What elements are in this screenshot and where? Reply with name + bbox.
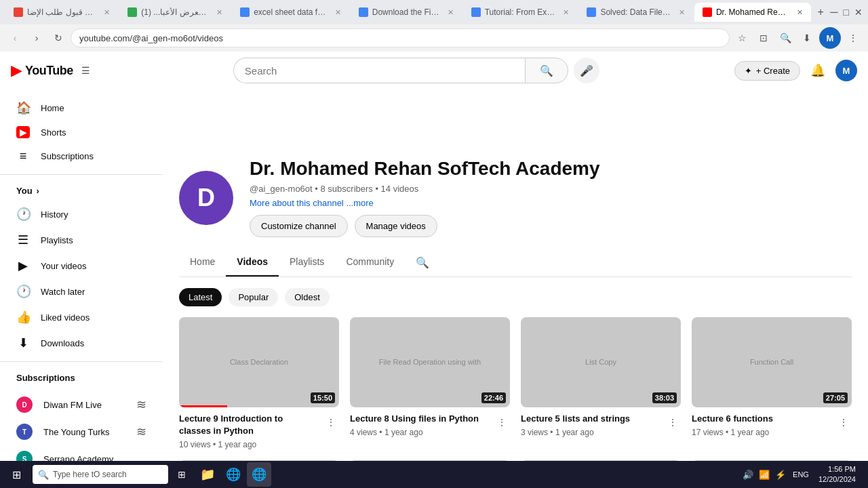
filter-latest[interactable]: Latest — [179, 288, 222, 306]
search-input[interactable] — [233, 58, 525, 83]
tray-wifi-icon[interactable]: 📶 — [757, 468, 771, 481]
tab-community[interactable]: Community — [335, 248, 405, 277]
tab-label-6: Solved: Data Files for ... — [600, 7, 672, 17]
sidebar-item-subscriptions[interactable]: ≡ Subscriptions — [0, 144, 163, 169]
manage-videos-button[interactable]: Manage videos — [355, 215, 437, 237]
sidebar-item-your-videos[interactable]: ▶ Your videos — [0, 253, 163, 279]
video-menu-v3[interactable]: ⋮ — [665, 414, 681, 430]
tab-close-2[interactable]: ✕ — [216, 8, 222, 17]
sub-item-turks[interactable]: T The Young Turks ≋ — [16, 418, 146, 445]
back-button[interactable]: ‹ — [5, 28, 24, 47]
filter-popular[interactable]: Popular — [229, 288, 278, 306]
bookmark-icon[interactable]: ☆ — [732, 28, 751, 47]
tab-close-7[interactable]: ✕ — [797, 8, 803, 17]
browser-tab-7[interactable]: Dr. Mohamed Rehan S... ✕ — [694, 3, 811, 22]
browser-tab-3[interactable]: excel sheet data for Po... ✕ — [232, 3, 349, 22]
browser-tab-2[interactable]: إضافة معرض الأعبا... (1) ✕ — [119, 3, 231, 22]
start-button[interactable]: ⊞ — [3, 462, 30, 487]
create-button[interactable]: ✦ + Create — [734, 61, 800, 81]
browser-tab-1[interactable]: لم يتم قبول طلب الإضا... ✕ — [5, 3, 118, 22]
sidebar-item-shorts[interactable]: ▶ Shorts — [0, 121, 163, 144]
tab-home[interactable]: Home — [179, 248, 226, 277]
sidebar-item-watch-later[interactable]: 🕐 Watch later — [0, 279, 163, 304]
forward-button[interactable]: › — [27, 28, 46, 47]
notification-bell[interactable]: 🔔 — [806, 58, 830, 83]
video-menu-v4[interactable]: ⋮ — [835, 414, 852, 430]
sub-item-diwan[interactable]: D Diwan FM Live ≋ — [16, 391, 146, 418]
tray-battery-icon[interactable]: ⚡ — [774, 468, 787, 481]
tab-favicon-3 — [240, 7, 250, 17]
tab-close-5[interactable]: ✕ — [563, 8, 569, 17]
mic-icon: 🎤 — [580, 64, 593, 77]
video-time-v2: 1 year ago — [384, 428, 423, 437]
video-menu-v1[interactable]: ⋮ — [323, 414, 339, 430]
close-button[interactable]: ✕ — [854, 7, 863, 18]
youtube-logo[interactable]: ▶ YouTube — [11, 62, 73, 79]
sidebar-label-your-videos: Your videos — [41, 261, 86, 271]
taskbar-view-button[interactable]: ⊞ — [170, 462, 194, 487]
taskbar-search-box[interactable]: 🔍 Type here tO search — [33, 465, 168, 484]
video-title-v2: Lecture 8 Using files in Python — [350, 413, 487, 425]
sidebar-item-liked-videos[interactable]: 👍 Liked videos — [0, 304, 163, 330]
url-input[interactable]: youtube.com/@ai_gen-mo6ot/videos — [71, 28, 730, 47]
sidebar-item-home[interactable]: 🏠 Home — [0, 95, 163, 121]
playlists-icon: ☰ — [16, 232, 30, 247]
new-tab-button[interactable]: + — [812, 3, 829, 22]
search-icon: 🔍 — [540, 64, 553, 77]
tab-close-4[interactable]: ✕ — [448, 8, 454, 17]
tab-close-6[interactable]: ✕ — [679, 8, 685, 17]
user-avatar[interactable]: M — [835, 60, 857, 81]
sidebar-toggle-icon[interactable]: ☰ — [81, 65, 90, 76]
taskbar: ⊞ 🔍 Type here tO search ⊞ 📁 🌐 🌐 🔊 📶 ⚡ EN… — [0, 461, 868, 488]
divider-2 — [0, 361, 163, 362]
mic-button[interactable]: 🎤 — [574, 58, 599, 83]
customize-channel-button[interactable]: Customize channel — [250, 215, 348, 237]
maximize-button[interactable]: □ — [844, 7, 849, 18]
tab-playlists[interactable]: Playlists — [279, 248, 335, 277]
taskbar-file-explorer[interactable]: 📁 — [195, 462, 220, 487]
browser-menu-icon[interactable]: ⋮ — [844, 28, 863, 47]
tab-close-1[interactable]: ✕ — [104, 8, 110, 17]
download-icon[interactable]: ⬇ — [797, 28, 816, 47]
sidebar-item-history[interactable]: 🕐 History — [0, 201, 163, 227]
video-card-v4[interactable]: Function Call 27:05 Lecture 6 functions … — [692, 317, 852, 449]
tab-close-3[interactable]: ✕ — [335, 8, 341, 17]
video-card-v2[interactable]: File Read Operation using with 22:46 Lec… — [350, 317, 510, 449]
cast-icon[interactable]: ⊡ — [754, 28, 773, 47]
tray-network-icon[interactable]: 🔊 — [741, 468, 755, 481]
channel-desc-more[interactable]: ...more — [346, 198, 373, 208]
sidebar-label-watch-later: Watch later — [41, 287, 85, 297]
video-title-v3: Lecture 5 lists and strings — [521, 413, 658, 425]
browser-tab-5[interactable]: Tutorial: From Excel w... ✕ — [463, 3, 578, 22]
sub-avatar-diwan: D — [16, 396, 33, 413]
you-section-header[interactable]: You › — [0, 180, 163, 201]
video-duration-v1: 15:50 — [311, 392, 335, 403]
downloads-icon: ⬇ — [16, 336, 30, 350]
video-thumb-v1: Class Declaration 15:50 — [179, 317, 339, 407]
browser-tab-6[interactable]: Solved: Data Files for ... ✕ — [578, 3, 693, 22]
search-button[interactable]: 🔍 — [525, 58, 568, 83]
video-thumb-v3: List Copy 38:03 — [521, 317, 681, 407]
tab-videos[interactable]: Videos — [226, 248, 279, 277]
system-tray: 🔊 📶 ⚡ ENG — [741, 468, 812, 481]
channel-banner: D Dr. Mohamed Rehan SofTech Academy @ai_… — [179, 142, 852, 248]
channel-info: Dr. Mohamed Rehan SofTech Academy @ai_ge… — [250, 158, 852, 237]
minimize-button[interactable]: ─ — [830, 6, 837, 18]
video-menu-v2[interactable]: ⋮ — [494, 414, 510, 430]
sidebar-item-playlists[interactable]: ☰ Playlists — [0, 227, 163, 253]
sidebar-item-downloads[interactable]: ⬇ Downloads — [0, 330, 163, 356]
subscriptions-section-header: Subscriptions — [0, 367, 163, 388]
channel-search-icon[interactable]: 🔍 — [410, 251, 435, 274]
sidebar-label-subscriptions: Subscriptions — [41, 151, 94, 161]
zoom-icon[interactable]: 🔍 — [776, 28, 795, 47]
taskbar-chrome[interactable]: 🌐 — [221, 462, 245, 487]
filter-oldest[interactable]: Oldest — [285, 288, 330, 306]
reload-button[interactable]: ↻ — [49, 28, 68, 47]
create-label: + Create — [756, 66, 790, 76]
browser-tab-4[interactable]: Download the Financ... ✕ — [351, 3, 462, 22]
taskbar-active-chrome[interactable]: 🌐 — [247, 462, 271, 487]
video-title-v4: Lecture 6 functions — [692, 413, 829, 425]
browser-account-avatar[interactable]: M — [819, 27, 841, 49]
video-card-v1[interactable]: Class Declaration 15:50 Lecture 9 Introd… — [179, 317, 339, 449]
video-card-v3[interactable]: List Copy 38:03 Lecture 5 lists and stri… — [521, 317, 681, 449]
